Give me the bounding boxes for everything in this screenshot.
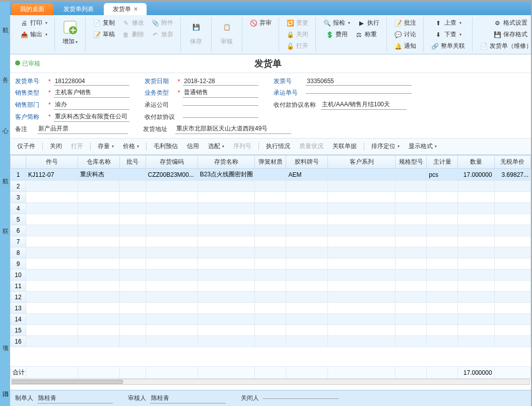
copy-button[interactable]: 📄复制 [90,17,118,29]
delete-button[interactable]: 🗑删除 [119,29,147,40]
remark-field[interactable]: 新产品开票 [37,124,128,134]
sale-type-field[interactable]: 主机客户销售 [54,88,129,98]
table-row[interactable]: 7 [11,236,531,247]
save-button[interactable]: 💾保存 [185,17,207,48]
sidenav-item[interactable]: 项 [0,320,10,361]
col-pn[interactable]: 件号 [26,156,78,169]
table-row[interactable]: 6 [11,225,531,236]
close-line-button[interactable]: 关闭 [46,141,66,152]
ship-no-field[interactable]: 181228004 [54,77,129,86]
col-price[interactable]: 无税单价 [494,156,530,169]
draft-button[interactable]: 📝草稿 [90,29,118,40]
table-row[interactable]: 3 [11,192,531,203]
table-row[interactable]: 2 [11,181,531,192]
weigh-button[interactable]: ⚖称重 [352,29,380,40]
sidenav-item[interactable]: 消出 [0,366,10,406]
credit-button[interactable]: 信用 [183,141,203,152]
col-code[interactable]: 存货编码 [146,156,197,169]
stamp-icon: 📋 [219,19,235,35]
sidenav-item[interactable]: 务 [0,52,10,92]
col-uom[interactable]: 主计量 [427,156,458,169]
col-spec[interactable]: 规格型号 [395,156,427,169]
save-format-button[interactable]: 💾保存格式 [490,29,530,40]
lookup-down-button[interactable]: ⬇下查▾ [431,29,464,40]
table-row[interactable]: 12 [11,292,531,303]
abandon-button[interactable]: 🚫弃审 [246,17,275,29]
discuss-button[interactable]: 💬讨论 [391,29,419,40]
ship-addr-field[interactable]: 重庆市北部新区天山大道西段49号 [175,124,291,134]
print-button[interactable]: 🖨打印▾ [17,17,50,29]
carrier-no-field[interactable] [306,92,412,94]
tab-ship-list[interactable]: 发货单列表 [54,3,103,15]
sort-button[interactable]: 排序定位▾ [367,141,404,152]
export-button[interactable]: 📤输出▾ [17,29,50,40]
tab-ship-doc[interactable]: 发货单 × [104,3,147,15]
fee-button[interactable]: 💲费用 [322,29,351,40]
table-row[interactable]: 11 [11,281,531,292]
close-doc-button[interactable]: 🔒关闭 [283,29,311,40]
table-row[interactable]: 5 [11,214,531,225]
carrier-field[interactable] [183,104,258,106]
sidenav-item[interactable]: 联 [0,203,10,243]
col-wh[interactable]: 仓库名称 [78,156,120,169]
close-icon[interactable]: × [134,6,138,13]
table-row[interactable]: 8 [11,247,531,258]
sidenav-item[interactable]: 航 [0,2,10,42]
cust-field[interactable]: 重庆科杰实业有限责任公司 [54,112,129,122]
lookup-up-button[interactable]: ⬆上查▾ [431,17,464,29]
table-row[interactable]: 13 [11,303,531,314]
attach-button[interactable]: 📎附件 [148,17,176,29]
arrow-up-icon: ⬆ [434,19,442,27]
gross-button[interactable]: 毛利预估 [150,141,182,152]
ship-repair-button[interactable]: 📄发货单（维修）B▾ [477,40,532,52]
approve-button[interactable]: 📝批注 [391,17,419,29]
invoice-no-field[interactable]: 33350655 [306,77,412,86]
col-rownum[interactable] [11,156,26,169]
link-all-button[interactable]: 🔗整单关联 [428,40,468,52]
table-row[interactable]: 16 [11,336,531,347]
biz-type-field[interactable]: 普通销售 [183,88,258,98]
discard-button[interactable]: ↶放弃 [148,29,176,40]
col-batch[interactable]: 批号 [119,156,146,169]
sale-dept-field[interactable]: 渝办 [54,100,129,110]
col-spring[interactable]: 弹簧材质 [255,156,286,169]
open-line-button[interactable]: 打开 [67,141,87,152]
exec-button[interactable]: ▶执行 [354,17,382,29]
table-row[interactable]: 14 [11,314,531,325]
doc-icon: 📄 [480,42,488,50]
stock-button[interactable]: 存量▾ [94,141,118,152]
open-doc-button[interactable]: 🔓打开 [283,40,311,52]
linked-docs-button[interactable]: 关联单据 [328,141,361,152]
serial-button[interactable]: 序列号 [229,141,255,152]
sidenav-item[interactable]: 航 [0,153,10,193]
pay-name-field[interactable]: 主机/AAA/销售月结100天 [321,100,407,110]
display-format-button[interactable]: 显示格式▾ [405,141,441,152]
table-row[interactable]: 1KJ112-07重庆科杰CZZ00B23M00...B23点火线圈密封圈AEM… [11,169,531,181]
pay-agr-field[interactable] [183,116,258,118]
exec-status-button[interactable]: 执行情况 [262,141,294,152]
table-row[interactable]: 9 [11,258,531,269]
table-row[interactable]: 4 [11,203,531,214]
audit-button[interactable]: 📋审核 [216,17,238,48]
match-button[interactable]: 选配▾ [204,141,228,152]
modify-button[interactable]: ✎修改 [119,17,147,29]
col-glue[interactable]: 胶料牌号 [286,156,328,169]
col-name[interactable]: 存货名称 [197,156,255,169]
only-child-button[interactable]: 仅子件 [13,141,39,152]
inspect-button[interactable]: 🔍报检▾ [320,17,353,29]
ship-date-field[interactable]: 2018-12-28 [183,77,258,86]
notify-button[interactable]: 🔔通知 [391,40,419,52]
change-button[interactable]: 🔁变更 [283,17,311,29]
detail-grid[interactable]: 件号 仓库名称 批号 存货编码 存货名称 弹簧材质 胶料牌号 客户系列 规格型号… [10,155,531,347]
tab-desktop[interactable]: 我的桌面 [11,3,53,15]
table-row[interactable]: 10 [11,269,531,281]
col-series[interactable]: 客户系列 [328,156,395,169]
sidenav-item[interactable]: 心 [0,102,10,143]
price-button[interactable]: 价格▾ [119,141,143,152]
table-row[interactable]: 15 [11,325,531,336]
h-scrollbar[interactable] [11,379,530,385]
add-button[interactable]: 增加▾ [59,17,81,48]
format-settings-button[interactable]: ⚙格式设置 [490,17,530,29]
col-qty[interactable]: 数量 [458,156,494,169]
quality-button[interactable]: 质量状况 [295,141,327,152]
